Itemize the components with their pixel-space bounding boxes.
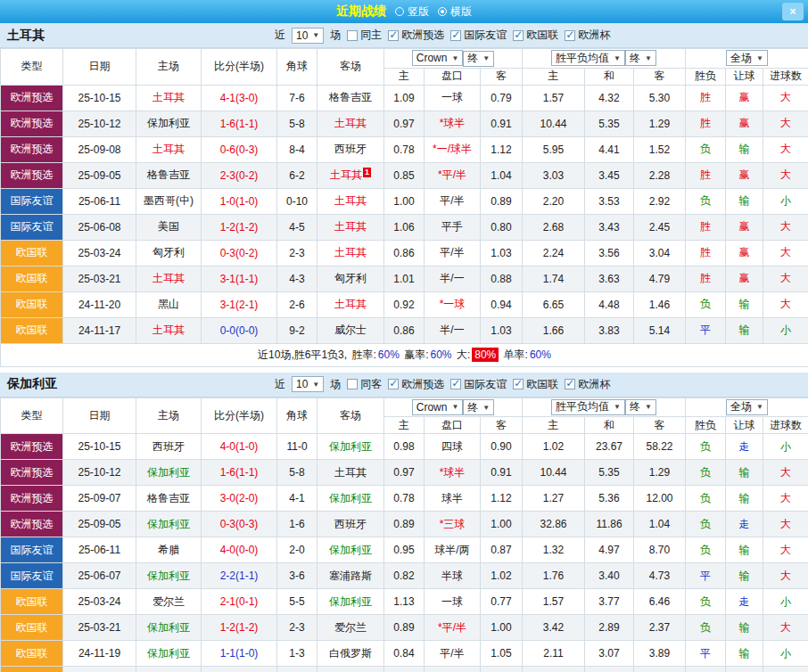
summary-cell: 近10场,胜6平1负3, 胜率:60% 赢率:60% 大:80% 单率:60%	[1, 343, 808, 366]
checkbox-checked-icon[interactable]	[513, 30, 524, 41]
avg-select[interactable]: 胜平负均值▼	[551, 50, 625, 66]
result-goals: 大	[763, 240, 808, 266]
checkbox-unchecked-icon[interactable]	[347, 30, 358, 41]
result-handicap: 走	[726, 434, 763, 460]
result-goals: 小	[763, 589, 808, 615]
corners: 2-6	[277, 291, 317, 317]
layout-radio-horizontal[interactable]: 横版	[438, 4, 472, 20]
filter-checkbox-item[interactable]: 欧洲杯	[565, 377, 610, 392]
avg-odds-away: 2.45	[634, 214, 686, 240]
filter-checkbox-item[interactable]: 国际友谊	[450, 28, 507, 43]
checkbox-checked-icon[interactable]	[388, 379, 399, 389]
match-row: 国际友谊25-06-07保加利亚2-2(1-1)3-6塞浦路斯0.82半球1.0…	[1, 563, 808, 589]
avg-odds-home: 6.65	[523, 291, 585, 317]
checkbox-checked-icon[interactable]	[565, 379, 575, 389]
filter-checkbox-item[interactable]: 国际友谊	[450, 377, 507, 392]
avg-odds-draw: 2.89	[585, 615, 634, 641]
home-team: 土耳其	[136, 317, 202, 343]
filter-checkbox-item[interactable]: 同客	[347, 377, 382, 392]
competition-type: 欧国联	[1, 641, 63, 667]
match-row: 国际友谊25-06-11墨西哥(中)1-0(1-0)0-10土耳其1.00平/半…	[1, 188, 808, 214]
recent-count-select-value: 10	[296, 29, 308, 42]
competition-type: 国际友谊	[1, 214, 63, 240]
close-button[interactable]: ×	[782, 3, 804, 20]
odds-final-select[interactable]: 终▼	[463, 399, 494, 415]
away-team: 西班牙	[317, 136, 384, 162]
handicap-odds-away: 0.91	[481, 111, 523, 136]
avg-odds-home: 2.24	[523, 240, 585, 266]
competition-type: 欧洲预选	[1, 162, 63, 188]
sub-col-header: 客	[634, 417, 686, 434]
scope-select[interactable]: 全场▼	[726, 399, 768, 415]
filter-checkbox-item[interactable]: 欧洲预选	[388, 377, 444, 392]
checkbox-unchecked-icon[interactable]	[347, 379, 358, 389]
radio-selected-icon[interactable]	[438, 7, 447, 16]
filter-checkbox-item[interactable]: 欧洲预选	[388, 28, 444, 43]
avg-odds-home: 1.76	[523, 563, 585, 589]
handicap-odds-home: 0.78	[384, 486, 425, 512]
home-team: 土耳其	[136, 266, 202, 291]
sub-col-header: 让球	[726, 68, 763, 85]
scope-select[interactable]: 全场▼	[726, 50, 768, 66]
filter-checkbox-item[interactable]: 欧国联	[513, 377, 558, 392]
checkbox-checked-icon[interactable]	[450, 30, 461, 41]
match-date: 25-06-11	[63, 537, 136, 563]
checkbox-checked-icon[interactable]	[565, 30, 575, 41]
sub-col-header: 进球数	[763, 68, 808, 85]
sub-col-header: 盘口	[425, 68, 481, 85]
odds-final-select[interactable]: 终▼	[463, 51, 494, 67]
checkbox-checked-icon[interactable]	[513, 379, 524, 389]
home-team: 匈牙利	[136, 240, 202, 266]
handicap-odds-home: 0.82	[384, 563, 425, 589]
sub-col-header: 主	[384, 68, 425, 85]
away-team: 爱尔兰	[317, 615, 384, 641]
bookmaker-select[interactable]: Crown▼	[412, 399, 464, 415]
checkbox-label: 欧国联	[526, 377, 558, 392]
result-goals: 大	[763, 486, 808, 512]
avg-final-select-value: 终	[630, 399, 640, 414]
recent-count-select[interactable]: 10▼	[292, 28, 324, 44]
result-outcome: 负	[686, 460, 726, 486]
result-outcome: 负	[686, 136, 726, 162]
competition-type: 欧洲预选	[1, 512, 63, 537]
checkbox-checked-icon[interactable]	[450, 379, 461, 389]
result-outcome: 负	[686, 291, 726, 317]
avg-odds-draw: 4.48	[585, 291, 634, 317]
avg-select[interactable]: 胜平负均值▼	[551, 399, 625, 415]
corners: 4-1	[277, 486, 317, 512]
result-handicap: 输	[726, 317, 763, 343]
corners: 1-6	[277, 512, 317, 537]
away-team: 格鲁吉亚	[317, 85, 384, 111]
filter-checkbox-item[interactable]: 同主	[347, 28, 382, 43]
corners: 4-3	[277, 266, 317, 291]
score: 2-2(1-1)	[202, 563, 277, 589]
result-handicap: 输	[726, 188, 763, 214]
filter-checkbox-item[interactable]: 欧洲杯	[565, 28, 610, 43]
bookmaker-select[interactable]: Crown▼	[412, 50, 464, 66]
avg-odds-home: 1.02	[523, 434, 585, 460]
corners: 4-5	[277, 214, 317, 240]
avg-odds-draw: 5.35	[585, 111, 634, 136]
avg-odds-draw: 23.67	[585, 434, 634, 460]
result-handicap: 赢	[726, 85, 763, 111]
handicap-odds-home: 0.89	[384, 512, 425, 537]
chevron-down-icon: ▼	[645, 403, 652, 411]
recent-count-select[interactable]: 10▼	[292, 376, 324, 392]
sub-col-header: 进球数	[763, 417, 808, 434]
result-handicap: 输	[726, 486, 763, 512]
avg-odds-home: 3.03	[523, 162, 585, 188]
avg-odds-home: 1.57	[523, 589, 585, 615]
layout-radio-vertical[interactable]: 竖版	[395, 4, 429, 20]
avg-odds-away: 5.14	[634, 317, 686, 343]
checkbox-checked-icon[interactable]	[388, 30, 399, 41]
avg-final-select[interactable]: 终▼	[625, 50, 656, 66]
match-row: 欧国联25-03-21保加利亚1-2(1-2)2-3爱尔兰0.89*平/半1.0…	[1, 615, 808, 641]
filter-checkbox-item[interactable]: 欧国联	[513, 28, 558, 43]
summary-part: 60%	[530, 348, 551, 361]
avg-final-select[interactable]: 终▼	[625, 399, 656, 415]
score: 0-1(0-1)	[202, 667, 277, 672]
handicap-odds-away: 1.12	[481, 486, 523, 512]
handicap-odds-home: 1.00	[384, 188, 425, 214]
radio-unselected-icon[interactable]	[395, 7, 404, 16]
col-header: 类型	[1, 49, 63, 86]
